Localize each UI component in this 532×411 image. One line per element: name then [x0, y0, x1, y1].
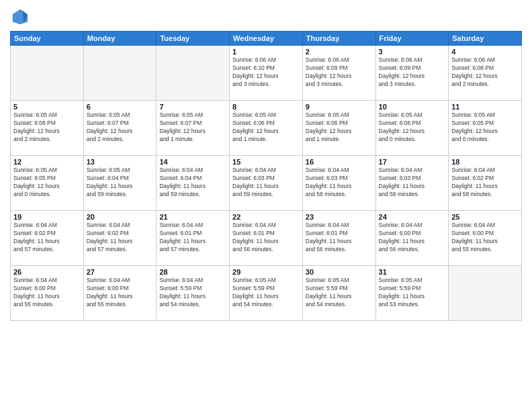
day-info: Sunrise: 6:06 AM Sunset: 6:10 PM Dayligh… — [232, 56, 300, 89]
day-cell: 2Sunrise: 6:06 AM Sunset: 6:09 PM Daylig… — [302, 46, 375, 101]
day-cell: 31Sunrise: 6:05 AM Sunset: 5:59 PM Dayli… — [375, 266, 449, 321]
day-info: Sunrise: 6:06 AM Sunset: 6:09 PM Dayligh… — [379, 56, 446, 89]
day-number: 16 — [306, 158, 373, 166]
day-number: 7 — [159, 103, 226, 111]
day-info: Sunrise: 6:04 AM Sunset: 6:01 PM Dayligh… — [159, 222, 226, 254]
day-number: 29 — [232, 268, 300, 276]
week-row-3: 12Sunrise: 6:05 AM Sunset: 6:05 PM Dayli… — [11, 156, 522, 211]
day-cell: 18Sunrise: 6:04 AM Sunset: 6:02 PM Dayli… — [449, 156, 522, 211]
day-cell: 8Sunrise: 6:05 AM Sunset: 6:06 PM Daylig… — [230, 101, 303, 156]
weekday-header-thursday: Thursday — [302, 32, 375, 46]
day-info: Sunrise: 6:04 AM Sunset: 6:01 PM Dayligh… — [306, 222, 373, 254]
day-number: 9 — [306, 103, 373, 111]
day-cell: 16Sunrise: 6:04 AM Sunset: 6:03 PM Dayli… — [302, 156, 375, 211]
day-info: Sunrise: 6:05 AM Sunset: 5:59 PM Dayligh… — [306, 277, 373, 309]
day-cell: 7Sunrise: 6:05 AM Sunset: 6:07 PM Daylig… — [157, 101, 230, 156]
day-number: 23 — [306, 213, 373, 221]
day-info: Sunrise: 6:04 AM Sunset: 6:04 PM Dayligh… — [159, 167, 226, 199]
day-info: Sunrise: 6:05 AM Sunset: 6:06 PM Dayligh… — [306, 111, 373, 144]
day-info: Sunrise: 6:04 AM Sunset: 6:02 PM Dayligh… — [451, 167, 519, 199]
day-number: 10 — [379, 103, 446, 111]
day-cell: 24Sunrise: 6:04 AM Sunset: 6:00 PM Dayli… — [375, 211, 449, 266]
day-cell: 25Sunrise: 6:04 AM Sunset: 6:00 PM Dayli… — [449, 211, 522, 266]
day-info: Sunrise: 6:05 AM Sunset: 6:05 PM Dayligh… — [13, 167, 81, 199]
day-info: Sunrise: 6:04 AM Sunset: 6:03 PM Dayligh… — [232, 167, 300, 199]
day-number: 26 — [13, 268, 81, 276]
day-cell — [11, 46, 84, 101]
calendar: SundayMondayTuesdayWednesdayThursdayFrid… — [10, 31, 522, 321]
day-info: Sunrise: 6:05 AM Sunset: 6:05 PM Dayligh… — [451, 111, 519, 144]
day-cell: 22Sunrise: 6:04 AM Sunset: 6:01 PM Dayli… — [230, 211, 303, 266]
day-info: Sunrise: 6:04 AM Sunset: 6:02 PM Dayligh… — [13, 222, 81, 254]
day-cell: 3Sunrise: 6:06 AM Sunset: 6:09 PM Daylig… — [375, 46, 449, 101]
day-number: 4 — [451, 48, 519, 56]
day-cell: 27Sunrise: 6:04 AM Sunset: 6:00 PM Dayli… — [83, 266, 157, 321]
day-cell: 23Sunrise: 6:04 AM Sunset: 6:01 PM Dayli… — [302, 211, 375, 266]
day-number: 31 — [379, 268, 446, 276]
day-number: 20 — [87, 213, 154, 221]
day-info: Sunrise: 6:05 AM Sunset: 6:04 PM Dayligh… — [87, 167, 154, 199]
weekday-header-tuesday: Tuesday — [157, 32, 230, 46]
day-cell: 28Sunrise: 6:04 AM Sunset: 5:59 PM Dayli… — [157, 266, 230, 321]
day-cell: 6Sunrise: 6:05 AM Sunset: 6:07 PM Daylig… — [83, 101, 157, 156]
day-info: Sunrise: 6:05 AM Sunset: 6:08 PM Dayligh… — [13, 111, 81, 144]
day-info: Sunrise: 6:05 AM Sunset: 6:07 PM Dayligh… — [159, 111, 226, 144]
weekday-header-friday: Friday — [375, 32, 449, 46]
day-number: 13 — [87, 158, 154, 166]
day-cell: 30Sunrise: 6:05 AM Sunset: 5:59 PM Dayli… — [302, 266, 375, 321]
week-row-5: 26Sunrise: 6:04 AM Sunset: 6:00 PM Dayli… — [11, 266, 522, 321]
day-number: 22 — [232, 213, 300, 221]
day-number: 25 — [451, 213, 519, 221]
day-info: Sunrise: 6:04 AM Sunset: 5:59 PM Dayligh… — [159, 277, 226, 309]
day-cell — [83, 46, 157, 101]
day-info: Sunrise: 6:04 AM Sunset: 6:00 PM Dayligh… — [379, 222, 446, 254]
day-number: 18 — [451, 158, 519, 166]
week-row-4: 19Sunrise: 6:04 AM Sunset: 6:02 PM Dayli… — [11, 211, 522, 266]
day-cell: 15Sunrise: 6:04 AM Sunset: 6:03 PM Dayli… — [230, 156, 303, 211]
day-info: Sunrise: 6:05 AM Sunset: 5:59 PM Dayligh… — [379, 277, 446, 309]
day-number: 12 — [13, 158, 81, 166]
day-cell: 20Sunrise: 6:04 AM Sunset: 6:02 PM Dayli… — [83, 211, 157, 266]
day-number: 19 — [13, 213, 81, 221]
day-number: 24 — [379, 213, 446, 221]
day-number: 27 — [87, 268, 154, 276]
weekday-header-saturday: Saturday — [449, 32, 522, 46]
weekday-header-wednesday: Wednesday — [230, 32, 303, 46]
day-number: 3 — [379, 48, 446, 56]
day-number: 8 — [232, 103, 300, 111]
day-cell — [157, 46, 230, 101]
day-info: Sunrise: 6:04 AM Sunset: 6:00 PM Dayligh… — [451, 222, 519, 254]
logo — [10, 7, 32, 26]
day-cell — [449, 266, 522, 321]
day-info: Sunrise: 6:05 AM Sunset: 6:06 PM Dayligh… — [379, 111, 446, 144]
day-cell: 5Sunrise: 6:05 AM Sunset: 6:08 PM Daylig… — [11, 101, 84, 156]
page: SundayMondayTuesdayWednesdayThursdayFrid… — [0, 0, 532, 411]
day-info: Sunrise: 6:04 AM Sunset: 6:02 PM Dayligh… — [87, 222, 154, 254]
day-cell: 14Sunrise: 6:04 AM Sunset: 6:04 PM Dayli… — [157, 156, 230, 211]
day-info: Sunrise: 6:05 AM Sunset: 6:07 PM Dayligh… — [87, 111, 154, 144]
day-cell: 12Sunrise: 6:05 AM Sunset: 6:05 PM Dayli… — [11, 156, 84, 211]
day-cell: 1Sunrise: 6:06 AM Sunset: 6:10 PM Daylig… — [230, 46, 303, 101]
day-cell: 17Sunrise: 6:04 AM Sunset: 6:03 PM Dayli… — [375, 156, 449, 211]
day-cell: 21Sunrise: 6:04 AM Sunset: 6:01 PM Dayli… — [157, 211, 230, 266]
day-number: 2 — [306, 48, 373, 56]
day-info: Sunrise: 6:04 AM Sunset: 6:01 PM Dayligh… — [232, 222, 300, 254]
day-info: Sunrise: 6:05 AM Sunset: 5:59 PM Dayligh… — [232, 277, 300, 309]
day-info: Sunrise: 6:04 AM Sunset: 6:00 PM Dayligh… — [13, 277, 81, 309]
day-info: Sunrise: 6:04 AM Sunset: 6:03 PM Dayligh… — [379, 167, 446, 199]
day-cell: 10Sunrise: 6:05 AM Sunset: 6:06 PM Dayli… — [375, 101, 449, 156]
week-row-2: 5Sunrise: 6:05 AM Sunset: 6:08 PM Daylig… — [11, 101, 522, 156]
day-info: Sunrise: 6:04 AM Sunset: 6:00 PM Dayligh… — [87, 277, 154, 309]
day-info: Sunrise: 6:05 AM Sunset: 6:06 PM Dayligh… — [232, 111, 300, 144]
week-row-1: 1Sunrise: 6:06 AM Sunset: 6:10 PM Daylig… — [11, 46, 522, 101]
day-cell: 29Sunrise: 6:05 AM Sunset: 5:59 PM Dayli… — [230, 266, 303, 321]
day-number: 28 — [159, 268, 226, 276]
day-info: Sunrise: 6:06 AM Sunset: 6:09 PM Dayligh… — [306, 56, 373, 89]
weekday-header-sunday: Sunday — [11, 32, 84, 46]
day-number: 30 — [306, 268, 373, 276]
day-cell: 9Sunrise: 6:05 AM Sunset: 6:06 PM Daylig… — [302, 101, 375, 156]
header — [10, 7, 522, 26]
day-cell: 11Sunrise: 6:05 AM Sunset: 6:05 PM Dayli… — [449, 101, 522, 156]
weekday-header-monday: Monday — [83, 32, 157, 46]
day-number: 17 — [379, 158, 446, 166]
